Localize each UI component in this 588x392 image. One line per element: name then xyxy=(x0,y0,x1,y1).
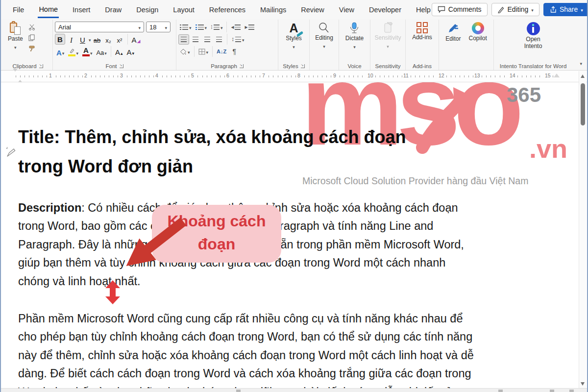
chevron-down-icon xyxy=(531,5,534,13)
font-name-value: Arial xyxy=(58,24,71,31)
tab-layout[interactable]: Layout xyxy=(172,1,196,17)
tab-view[interactable]: View xyxy=(338,1,355,17)
tab-home[interactable]: Home xyxy=(38,1,59,18)
copy-button[interactable] xyxy=(27,33,37,42)
document-page[interactable]: mso 365 .vn Microsoft Cloud Solution Pro… xyxy=(1,82,587,388)
styles-dialog-launcher[interactable] xyxy=(301,64,305,68)
tab-references[interactable]: References xyxy=(208,1,246,17)
tab-design[interactable]: Design xyxy=(135,1,159,17)
font-size-select[interactable]: 18 xyxy=(146,22,171,32)
chevron-down-icon xyxy=(188,47,190,56)
highlight-color-button[interactable] xyxy=(67,46,80,57)
horizontal-ruler[interactable]: 1 2 3 4 5 6 7 8 9 10 11 12 13 14 15 xyxy=(1,71,587,82)
tab-mailings[interactable]: Mailings xyxy=(259,1,287,17)
styles-button[interactable]: A Styles xyxy=(283,21,305,51)
addins-grid-icon xyxy=(416,22,428,33)
editing-label: Editing xyxy=(315,35,333,42)
addins-button[interactable]: Add-ins xyxy=(409,21,435,43)
shading-button[interactable] xyxy=(178,47,192,57)
align-right-icon xyxy=(204,37,210,42)
clear-formatting-button[interactable]: A◢ xyxy=(130,34,142,45)
ribbon-tabs: File Home Insert Draw Design Layout Refe… xyxy=(12,1,432,18)
ruler-number: 5 xyxy=(190,73,195,78)
copilot-button[interactable]: Copilot xyxy=(466,21,490,44)
increase-indent-button[interactable]: ▸ xyxy=(243,22,256,32)
cut-button[interactable] xyxy=(27,23,37,31)
font-dialog-launcher[interactable] xyxy=(120,64,123,68)
tab-insert[interactable]: Insert xyxy=(72,1,91,17)
font-group: Arial 18 B I U ab x₂ x² xyxy=(53,20,176,70)
ruler-number: 1 xyxy=(48,73,53,78)
sensitivity-tag-icon xyxy=(383,22,393,34)
styles-icon: A xyxy=(289,22,298,34)
share-button[interactable]: Share xyxy=(543,3,588,16)
collapse-ribbon-button[interactable] xyxy=(580,58,582,67)
intento-group: Open Intento Intento Translator for Word xyxy=(494,20,572,70)
comments-button[interactable]: Comments xyxy=(432,3,488,16)
grow-font-button[interactable]: A▴ xyxy=(114,46,124,57)
ruler-number: 15 xyxy=(544,73,552,78)
tab-review[interactable]: Review xyxy=(300,1,325,17)
magnifier-icon xyxy=(318,22,330,34)
line-spacing-button[interactable]: ↕ xyxy=(230,34,246,45)
paragraph-dialog-launcher[interactable] xyxy=(240,64,244,68)
multilevel-list-button[interactable]: ⁝ xyxy=(209,22,224,32)
align-center-button[interactable] xyxy=(190,34,201,45)
superscript-button[interactable]: x² xyxy=(115,34,125,45)
voice-group-label: Voice xyxy=(347,63,361,69)
align-left-button[interactable] xyxy=(178,34,189,45)
chevron-down-icon xyxy=(76,49,78,57)
borders-icon xyxy=(198,49,205,55)
scroll-down-arrow-icon[interactable] xyxy=(581,382,585,386)
paste-label: Paste xyxy=(8,36,23,43)
align-right-button[interactable] xyxy=(202,34,213,45)
tab-help[interactable]: Help xyxy=(415,1,432,17)
sort-button[interactable]: A↓Z xyxy=(215,47,228,57)
left-indent-marker[interactable] xyxy=(13,72,18,80)
decrease-indent-button[interactable]: ◂ xyxy=(229,22,242,32)
ruler-number: 4 xyxy=(154,73,159,78)
microphone-icon xyxy=(349,22,360,34)
numbering-button[interactable] xyxy=(194,22,209,32)
change-case-button[interactable]: Aa xyxy=(95,46,108,57)
styles-label: Styles xyxy=(286,35,302,42)
tab-file[interactable]: File xyxy=(12,1,25,17)
vertical-scrollbar[interactable] xyxy=(579,71,586,388)
clipboard-group: Paste Clipboard xyxy=(3,20,53,70)
paste-button[interactable]: Paste xyxy=(5,21,26,52)
font-group-label: Font xyxy=(105,63,117,69)
scrollbar-thumb[interactable] xyxy=(581,83,585,125)
show-formatting-marks-button[interactable]: ¶ xyxy=(229,47,240,57)
text-effects-button[interactable]: A xyxy=(55,46,66,57)
dictate-button[interactable]: Dictate xyxy=(343,21,367,51)
clipboard-group-label: Clipboard xyxy=(12,63,36,69)
tab-draw[interactable]: Draw xyxy=(104,1,122,17)
borders-button[interactable] xyxy=(197,47,210,57)
font-color-button[interactable]: A xyxy=(81,46,94,57)
status-bar-icon xyxy=(498,390,503,392)
bullets-button[interactable] xyxy=(178,22,193,32)
italic-button[interactable]: I xyxy=(66,34,76,45)
description-label: Description xyxy=(18,201,81,214)
tab-developer[interactable]: Developer xyxy=(368,1,402,17)
editing-button[interactable]: Editing xyxy=(312,21,336,51)
clipboard-dialog-launcher[interactable] xyxy=(39,64,43,68)
bold-button[interactable]: B xyxy=(55,34,65,45)
chevron-down-icon xyxy=(90,49,93,57)
format-painter-button[interactable] xyxy=(27,44,37,53)
editor-button[interactable]: Editor xyxy=(442,21,464,44)
open-intento-button[interactable]: Open Intento xyxy=(518,21,548,51)
copilot-pencil-icon[interactable] xyxy=(5,146,16,159)
shrink-font-button[interactable]: A▾ xyxy=(125,46,136,57)
right-indent-marker[interactable] xyxy=(554,74,560,77)
mso-365-text: 365 xyxy=(507,83,541,107)
justify-button[interactable] xyxy=(214,34,224,45)
scroll-up-arrow-icon[interactable] xyxy=(581,74,585,78)
addins-group-label: Add-ins xyxy=(413,63,432,69)
editing-mode-button[interactable]: Editing xyxy=(491,3,539,16)
underline-button[interactable]: U xyxy=(77,34,88,45)
strikethrough-button[interactable]: ab xyxy=(92,34,102,45)
font-name-select[interactable]: Arial xyxy=(55,22,144,32)
subscript-button[interactable]: x₂ xyxy=(103,34,114,45)
intento-group-label: Intento Translator for Word xyxy=(500,63,567,69)
